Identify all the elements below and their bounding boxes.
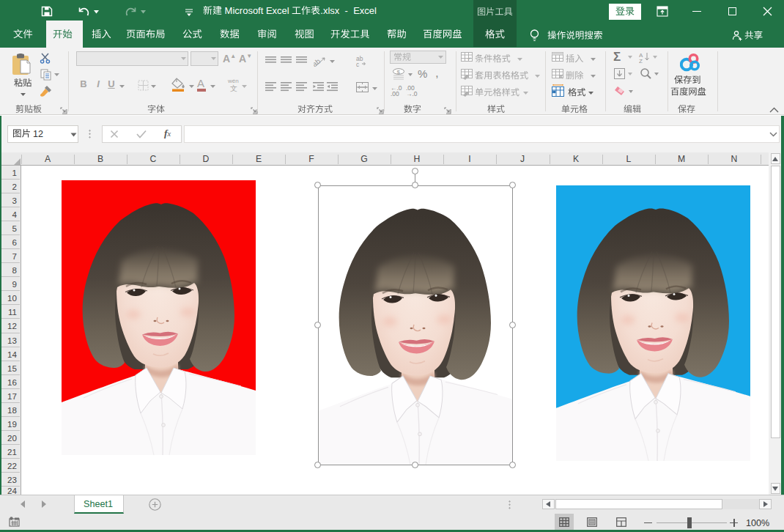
- svg-text:文: 文: [230, 84, 237, 92]
- svg-text:ab: ab: [314, 56, 322, 67]
- svg-text:wén: wén: [227, 78, 239, 84]
- svg-text:$: $: [397, 69, 401, 75]
- svg-text:Z: Z: [639, 58, 643, 63]
- svg-text:≠: ≠: [467, 55, 471, 62]
